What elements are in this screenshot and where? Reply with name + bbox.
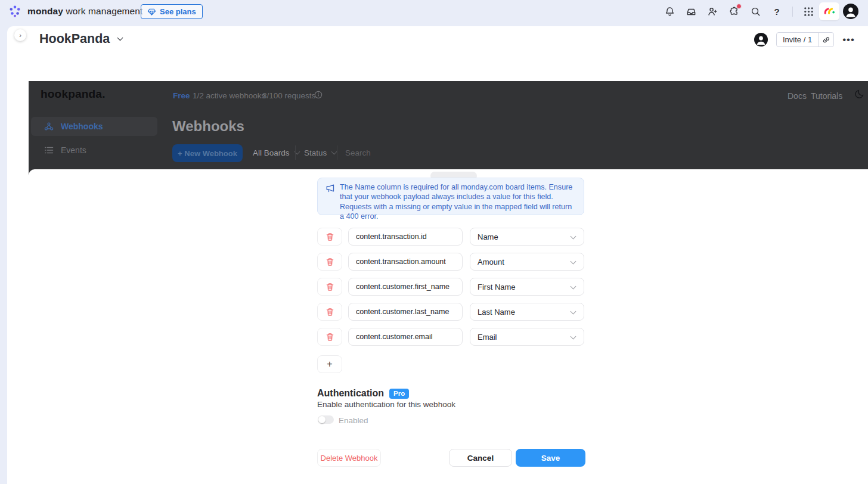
inbox-tray-icon[interactable] bbox=[680, 2, 702, 20]
board-column-select[interactable]: Amount bbox=[470, 253, 584, 271]
usage-info-icon[interactable] bbox=[314, 91, 323, 101]
status-filter[interactable]: Status bbox=[304, 148, 336, 157]
events-list-icon bbox=[44, 145, 54, 155]
new-webhook-button[interactable]: + New Webhook bbox=[172, 144, 243, 162]
authentication-heading: Authentication Pro bbox=[317, 388, 409, 399]
notifications-bell-icon[interactable] bbox=[659, 2, 680, 20]
delete-row-button[interactable] bbox=[317, 303, 342, 321]
cancel-button[interactable]: Cancel bbox=[449, 449, 512, 467]
invite-member-icon[interactable] bbox=[702, 2, 723, 20]
mapping-row: Email bbox=[317, 328, 584, 346]
expand-sidebar-button[interactable]: › bbox=[14, 29, 26, 41]
mapping-row: Amount bbox=[317, 253, 584, 271]
plan-badge: Free bbox=[173, 91, 190, 100]
sidebar-item-events[interactable]: Events bbox=[31, 141, 157, 160]
help-icon[interactable]: ? bbox=[766, 2, 788, 20]
boards-filter[interactable]: All Boards bbox=[253, 148, 299, 157]
filter-divider bbox=[337, 145, 337, 160]
diamond-icon bbox=[147, 7, 156, 16]
toggle-knob bbox=[318, 416, 326, 423]
monday-swoosh-icon bbox=[823, 5, 836, 18]
requests-usage: 3/100 requests bbox=[262, 91, 315, 100]
user-avatar[interactable] bbox=[843, 4, 858, 19]
board-header-actions: Invite / 1 ••• bbox=[754, 32, 855, 47]
monday-brand[interactable]: monday work management bbox=[8, 5, 142, 18]
mapping-row: First Name bbox=[317, 278, 584, 296]
hookpanda-logo: hookpanda. bbox=[41, 88, 106, 101]
webhook-icon bbox=[44, 122, 54, 131]
apps-marketplace-icon[interactable] bbox=[723, 2, 745, 20]
mapping-row: Last Name bbox=[317, 303, 584, 321]
board-column-select[interactable]: First Name bbox=[470, 278, 584, 296]
board-column-select[interactable]: Email bbox=[470, 328, 584, 346]
chevron-down-icon bbox=[571, 284, 576, 290]
name-required-banner: The Name column is required for all mond… bbox=[317, 178, 584, 215]
dark-mode-moon-icon[interactable] bbox=[854, 89, 864, 102]
board-window: › HookPanda Invite / 1 ••• hookpanda. Fr bbox=[7, 26, 868, 484]
banner-text: The Name column is required for all mond… bbox=[340, 183, 572, 221]
chevron-down-icon bbox=[117, 35, 123, 41]
filter-divider bbox=[295, 145, 296, 160]
payload-field-input[interactable] bbox=[348, 253, 463, 271]
monday-logo-icon bbox=[8, 5, 21, 18]
board-column-select[interactable]: Name bbox=[470, 228, 584, 246]
topbar-divider bbox=[792, 7, 793, 17]
delete-row-button[interactable] bbox=[317, 253, 342, 271]
page-title: Webhooks bbox=[172, 118, 244, 135]
chevron-down-icon bbox=[571, 334, 576, 340]
pro-badge: Pro bbox=[389, 389, 409, 399]
board-column-select[interactable]: Last Name bbox=[470, 303, 584, 321]
topbar-icons: ? bbox=[659, 0, 868, 23]
invite-button[interactable]: Invite / 1 bbox=[776, 32, 834, 47]
authentication-toggle[interactable] bbox=[318, 415, 334, 424]
delete-row-button[interactable] bbox=[317, 278, 342, 296]
chevron-down-icon bbox=[571, 234, 576, 240]
payload-field-input[interactable] bbox=[348, 228, 463, 246]
docs-link[interactable]: Docs bbox=[788, 91, 807, 101]
payload-field-input[interactable] bbox=[348, 278, 463, 296]
product-name: monday work management bbox=[27, 6, 142, 17]
delete-row-button[interactable] bbox=[317, 328, 342, 346]
add-mapping-button[interactable]: + bbox=[317, 355, 342, 373]
monday-topbar: monday work management See plans bbox=[0, 0, 868, 26]
chevron-down-icon bbox=[571, 309, 576, 315]
chevron-down-icon bbox=[571, 259, 576, 265]
monday-product-chip[interactable] bbox=[819, 2, 839, 20]
authentication-subtitle: Enable authentication for this webhook bbox=[317, 400, 455, 409]
payload-field-input[interactable] bbox=[348, 303, 463, 321]
toggle-label: Enabled bbox=[339, 416, 368, 425]
board-more-menu[interactable]: ••• bbox=[842, 37, 855, 43]
product-switcher-grid-icon[interactable] bbox=[798, 2, 819, 20]
mapping-row: Name bbox=[317, 228, 584, 246]
sidebar-item-webhooks[interactable]: Webhooks bbox=[31, 117, 157, 136]
see-plans-button[interactable]: See plans bbox=[141, 4, 203, 19]
copy-link-icon[interactable] bbox=[818, 33, 833, 46]
webhooks-usage: 1/2 active webhooks bbox=[193, 91, 265, 100]
delete-row-button[interactable] bbox=[317, 228, 342, 246]
megaphone-icon bbox=[326, 184, 335, 193]
delete-webhook-button[interactable]: Delete Webhook bbox=[317, 449, 381, 467]
tutorials-link[interactable]: Tutorials bbox=[811, 91, 842, 101]
payload-field-input[interactable] bbox=[348, 328, 463, 346]
screen: monday work management See plans bbox=[0, 0, 868, 484]
notification-dot bbox=[736, 4, 742, 9]
board-owner-avatar[interactable] bbox=[754, 33, 768, 46]
search-input[interactable]: Search bbox=[345, 148, 371, 157]
board-title[interactable]: HookPanda bbox=[39, 32, 122, 46]
search-icon[interactable] bbox=[745, 2, 766, 20]
save-button[interactable]: Save bbox=[516, 449, 585, 467]
edit-webhook-modal: The Name column is required for all mond… bbox=[29, 169, 868, 484]
